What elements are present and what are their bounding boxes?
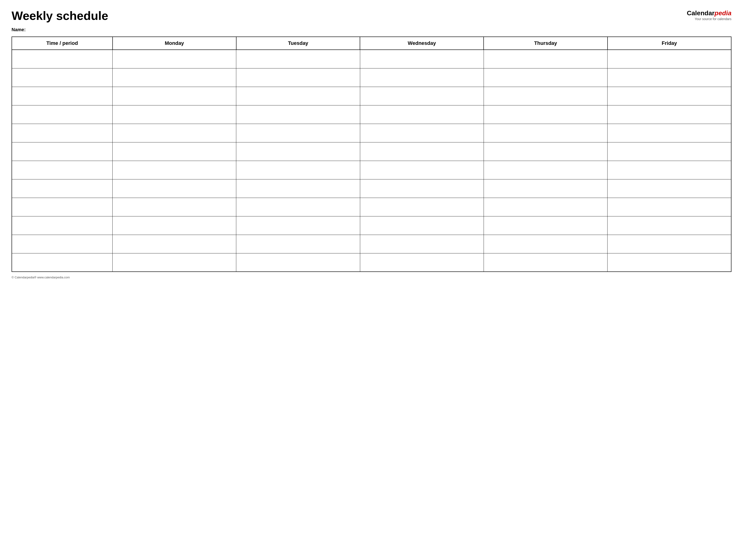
- cell-row3-col4[interactable]: [484, 105, 607, 124]
- cell-row5-col1[interactable]: [113, 142, 236, 161]
- table-row: [12, 68, 731, 87]
- cell-row6-col1[interactable]: [113, 161, 236, 179]
- name-label: Name:: [11, 27, 26, 32]
- table-row: [12, 161, 731, 179]
- table-header-row: Time / period Monday Tuesday Wednesday T…: [12, 37, 731, 50]
- cell-row5-col5[interactable]: [608, 142, 731, 161]
- cell-row10-col0[interactable]: [12, 235, 113, 253]
- cell-row7-col1[interactable]: [113, 179, 236, 198]
- cell-row1-col2[interactable]: [236, 68, 360, 87]
- cell-row4-col1[interactable]: [113, 124, 236, 142]
- table-row: [12, 253, 731, 272]
- cell-row0-col1[interactable]: [113, 50, 236, 68]
- cell-row2-col4[interactable]: [484, 87, 607, 105]
- logo-pedia-part: pedia: [714, 9, 732, 17]
- col-time-period: Time / period: [12, 37, 113, 50]
- cell-row0-col0[interactable]: [12, 50, 113, 68]
- cell-row9-col4[interactable]: [484, 216, 607, 235]
- col-monday: Monday: [113, 37, 236, 50]
- cell-row2-col1[interactable]: [113, 87, 236, 105]
- cell-row11-col1[interactable]: [113, 253, 236, 272]
- cell-row3-col1[interactable]: [113, 105, 236, 124]
- cell-row8-col1[interactable]: [113, 198, 236, 216]
- footer-text: © Calendarpedia® www.calendarpedia.com: [11, 275, 70, 279]
- cell-row9-col3[interactable]: [360, 216, 484, 235]
- logo-calendar-part: Calendar: [687, 9, 714, 17]
- cell-row9-col5[interactable]: [608, 216, 731, 235]
- cell-row9-col2[interactable]: [236, 216, 360, 235]
- cell-row3-col3[interactable]: [360, 105, 484, 124]
- cell-row10-col5[interactable]: [608, 235, 731, 253]
- cell-row10-col1[interactable]: [113, 235, 236, 253]
- table-row: [12, 216, 731, 235]
- col-thursday: Thursday: [484, 37, 607, 50]
- logo-container: Calendarpedia Your source for calendars: [687, 9, 732, 21]
- cell-row10-col2[interactable]: [236, 235, 360, 253]
- cell-row0-col3[interactable]: [360, 50, 484, 68]
- col-friday: Friday: [608, 37, 731, 50]
- footer: © Calendarpedia® www.calendarpedia.com: [11, 275, 732, 279]
- cell-row1-col1[interactable]: [113, 68, 236, 87]
- cell-row8-col2[interactable]: [236, 198, 360, 216]
- logo-tagline: Your source for calendars: [695, 17, 732, 21]
- cell-row4-col2[interactable]: [236, 124, 360, 142]
- cell-row0-col2[interactable]: [236, 50, 360, 68]
- cell-row6-col0[interactable]: [12, 161, 113, 179]
- cell-row8-col5[interactable]: [608, 198, 731, 216]
- cell-row11-col0[interactable]: [12, 253, 113, 272]
- cell-row4-col5[interactable]: [608, 124, 731, 142]
- cell-row2-col0[interactable]: [12, 87, 113, 105]
- cell-row6-col4[interactable]: [484, 161, 607, 179]
- cell-row8-col4[interactable]: [484, 198, 607, 216]
- cell-row3-col2[interactable]: [236, 105, 360, 124]
- cell-row5-col3[interactable]: [360, 142, 484, 161]
- header-section: Weekly schedule Calendarpedia Your sourc…: [11, 9, 732, 23]
- table-row: [12, 124, 731, 142]
- cell-row9-col0[interactable]: [12, 216, 113, 235]
- table-row: [12, 179, 731, 198]
- cell-row5-col2[interactable]: [236, 142, 360, 161]
- cell-row11-col2[interactable]: [236, 253, 360, 272]
- table-row: [12, 235, 731, 253]
- cell-row3-col5[interactable]: [608, 105, 731, 124]
- cell-row5-col0[interactable]: [12, 142, 113, 161]
- cell-row11-col4[interactable]: [484, 253, 607, 272]
- cell-row6-col5[interactable]: [608, 161, 731, 179]
- cell-row11-col5[interactable]: [608, 253, 731, 272]
- cell-row7-col3[interactable]: [360, 179, 484, 198]
- cell-row11-col3[interactable]: [360, 253, 484, 272]
- table-row: [12, 142, 731, 161]
- cell-row2-col3[interactable]: [360, 87, 484, 105]
- cell-row10-col4[interactable]: [484, 235, 607, 253]
- cell-row7-col2[interactable]: [236, 179, 360, 198]
- table-row: [12, 198, 731, 216]
- cell-row10-col3[interactable]: [360, 235, 484, 253]
- cell-row7-col0[interactable]: [12, 179, 113, 198]
- cell-row8-col3[interactable]: [360, 198, 484, 216]
- table-row: [12, 105, 731, 124]
- cell-row8-col0[interactable]: [12, 198, 113, 216]
- cell-row5-col4[interactable]: [484, 142, 607, 161]
- schedule-table: Time / period Monday Tuesday Wednesday T…: [11, 37, 732, 272]
- cell-row0-col5[interactable]: [608, 50, 731, 68]
- logo-text: Calendarpedia: [687, 9, 732, 17]
- cell-row6-col2[interactable]: [236, 161, 360, 179]
- cell-row7-col4[interactable]: [484, 179, 607, 198]
- cell-row1-col3[interactable]: [360, 68, 484, 87]
- cell-row6-col3[interactable]: [360, 161, 484, 179]
- cell-row3-col0[interactable]: [12, 105, 113, 124]
- cell-row1-col5[interactable]: [608, 68, 731, 87]
- cell-row7-col5[interactable]: [608, 179, 731, 198]
- cell-row2-col5[interactable]: [608, 87, 731, 105]
- cell-row0-col4[interactable]: [484, 50, 607, 68]
- cell-row1-col0[interactable]: [12, 68, 113, 87]
- cell-row4-col3[interactable]: [360, 124, 484, 142]
- cell-row4-col4[interactable]: [484, 124, 607, 142]
- cell-row9-col1[interactable]: [113, 216, 236, 235]
- page-title: Weekly schedule: [11, 9, 108, 23]
- cell-row4-col0[interactable]: [12, 124, 113, 142]
- cell-row1-col4[interactable]: [484, 68, 607, 87]
- cell-row2-col2[interactable]: [236, 87, 360, 105]
- table-row: [12, 50, 731, 68]
- table-row: [12, 87, 731, 105]
